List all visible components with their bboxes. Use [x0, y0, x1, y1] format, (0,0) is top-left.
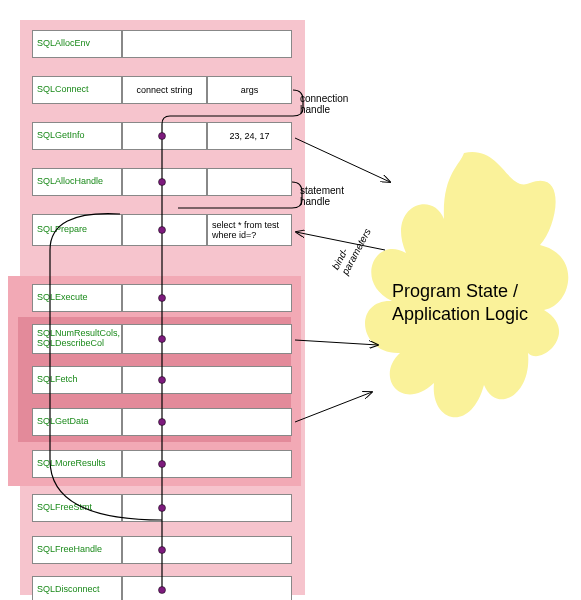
- arg-cell: [122, 366, 292, 394]
- arg-cell: connect string: [122, 76, 207, 104]
- row-sqlprepare: SQLPrepare select * from test where id=?: [32, 214, 292, 246]
- fn-label: SQLFreeHandle: [32, 536, 122, 564]
- arg-cell: [207, 168, 292, 196]
- arg-cell: [122, 30, 292, 58]
- fn-label: SQLGetData: [32, 408, 122, 436]
- fn-label: SQLGetInfo: [32, 122, 122, 150]
- row-sqlconnect: SQLConnect connect string args: [32, 76, 292, 104]
- arg-cell: [122, 284, 292, 312]
- arg-cell: [122, 450, 292, 478]
- row-sqlallocenv: SQLAllocEnv: [32, 30, 292, 58]
- fn-label: SQLNumResultCols, SQLDescribeCol: [32, 324, 122, 354]
- fn-label: SQLAllocHandle: [32, 168, 122, 196]
- arg-cell: [122, 122, 207, 150]
- row-sqlfreestmt: SQLFreeStmt: [32, 494, 292, 522]
- row-sqlgetinfo: SQLGetInfo 23, 24, 17: [32, 122, 292, 150]
- row-sqldisconnect: SQLDisconnect: [32, 576, 292, 600]
- fn-label: SQLDisconnect: [32, 576, 122, 600]
- fn-label: SQLFetch: [32, 366, 122, 394]
- arg-cell: [122, 536, 292, 564]
- fn-label: SQLFreeStmt: [32, 494, 122, 522]
- arg-cell: [122, 576, 292, 600]
- label-connection-handle: connection handle: [300, 93, 348, 115]
- program-state-label: Program State / Application Logic: [392, 280, 572, 325]
- row-sqlexecute: SQLExecute: [32, 284, 292, 312]
- arg-cell: [122, 168, 207, 196]
- fn-label: SQLPrepare: [32, 214, 122, 246]
- arg-cell: [122, 324, 292, 354]
- row-sqlmoreresults: SQLMoreResults: [32, 450, 292, 478]
- arg-cell: [122, 494, 292, 522]
- arg-cell: [122, 214, 207, 246]
- label-statement-handle: statement handle: [300, 185, 344, 207]
- arg-cell: 23, 24, 17: [207, 122, 292, 150]
- arg-cell: [122, 408, 292, 436]
- row-sqlfetch: SQLFetch: [32, 366, 292, 394]
- row-sqlnumresultcols: SQLNumResultCols, SQLDescribeCol: [32, 324, 292, 354]
- row-sqlallochandle: SQLAllocHandle: [32, 168, 292, 196]
- fn-label: SQLMoreResults: [32, 450, 122, 478]
- arg-cell: select * from test where id=?: [207, 214, 292, 246]
- fn-label: SQLConnect: [32, 76, 122, 104]
- row-sqlgetdata: SQLGetData: [32, 408, 292, 436]
- fn-label: SQLAllocEnv: [32, 30, 122, 58]
- row-sqlfreehandle: SQLFreeHandle: [32, 536, 292, 564]
- arg-cell: args: [207, 76, 292, 104]
- fn-label: SQLExecute: [32, 284, 122, 312]
